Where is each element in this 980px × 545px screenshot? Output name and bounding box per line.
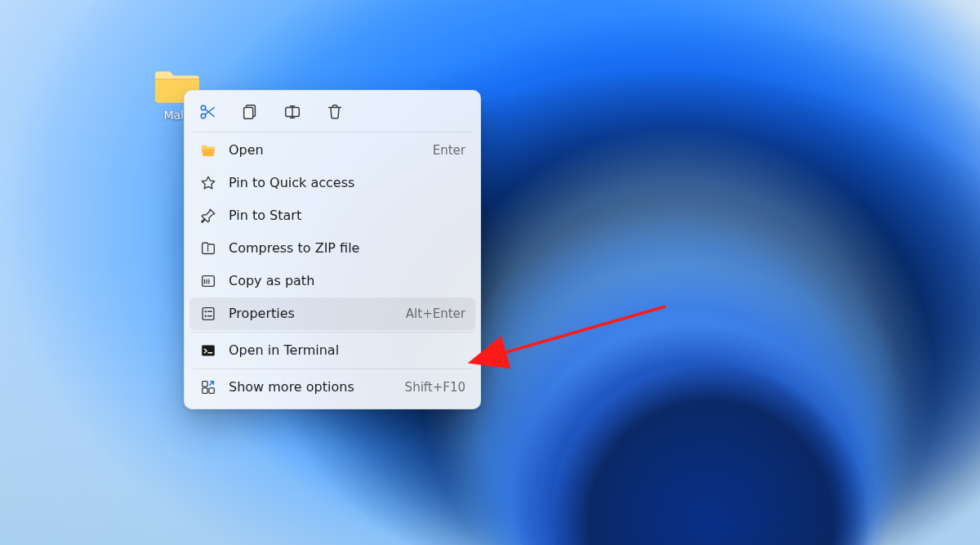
annotation-arrow — [486, 298, 674, 372]
menu-item-pin-quick-access[interactable]: Pin to Quick access — [189, 167, 475, 199]
rename-button[interactable] — [283, 102, 302, 122]
svg-rect-11 — [203, 388, 207, 393]
svg-point-8 — [205, 315, 207, 317]
menu-item-label: Open — [229, 142, 421, 159]
svg-point-7 — [205, 310, 207, 312]
menu-item-properties[interactable]: Properties Alt+Enter — [189, 297, 475, 330]
menu-item-label: Open in Terminal — [229, 342, 466, 359]
menu-item-shortcut: Shift+F10 — [405, 379, 466, 395]
svg-rect-12 — [209, 388, 214, 393]
copy-icon — [241, 103, 259, 121]
svg-rect-3 — [244, 108, 253, 119]
terminal-icon — [199, 342, 217, 360]
copy-path-icon — [199, 272, 217, 290]
context-menu: Open Enter Pin to Quick access Pin to St… — [184, 90, 481, 409]
menu-item-copy-as-path[interactable]: Copy as path — [189, 265, 475, 297]
menu-item-show-more-options[interactable]: Show more options Shift+F10 — [189, 371, 475, 404]
menu-item-label: Pin to Start — [229, 208, 466, 224]
menu-item-label: Pin to Quick access — [229, 175, 466, 191]
menu-item-shortcut: Alt+Enter — [406, 306, 466, 322]
menu-item-pin-start[interactable]: Pin to Start — [189, 199, 475, 232]
context-menu-separator — [193, 132, 472, 132]
zip-icon — [199, 239, 217, 257]
pin-icon — [199, 207, 217, 225]
menu-item-shortcut: Enter — [433, 142, 466, 159]
menu-item-open[interactable]: Open Enter — [189, 134, 475, 167]
rename-icon — [283, 103, 301, 121]
menu-item-label: Properties — [229, 306, 394, 322]
trash-icon — [326, 103, 344, 121]
menu-item-compress-zip[interactable]: Compress to ZIP file — [189, 232, 475, 265]
menu-item-label: Show more options — [229, 379, 394, 395]
properties-icon — [199, 305, 217, 323]
menu-item-label: Compress to ZIP file — [229, 240, 466, 257]
context-menu-action-row — [189, 97, 475, 130]
svg-rect-6 — [203, 308, 214, 320]
cut-button[interactable] — [198, 102, 217, 122]
scissors-icon — [198, 103, 216, 121]
menu-item-label: Copy as path — [229, 273, 466, 289]
context-menu-separator — [193, 332, 472, 333]
svg-line-13 — [501, 306, 666, 354]
more-options-icon — [199, 378, 217, 396]
star-icon — [199, 174, 217, 192]
delete-button[interactable] — [325, 102, 345, 122]
folder-open-icon — [199, 141, 217, 159]
svg-rect-10 — [203, 382, 207, 386]
copy-button[interactable] — [240, 102, 260, 122]
context-menu-separator — [193, 369, 472, 369]
menu-item-open-terminal[interactable]: Open in Terminal — [189, 334, 475, 367]
svg-rect-9 — [202, 346, 215, 356]
